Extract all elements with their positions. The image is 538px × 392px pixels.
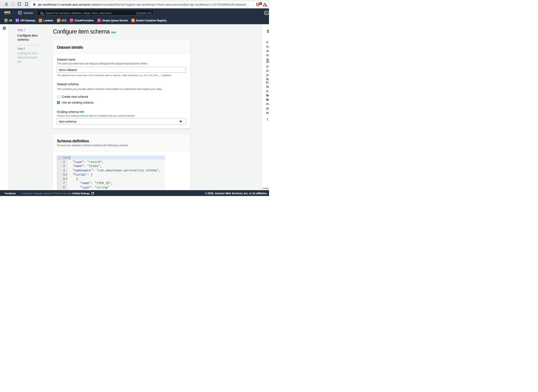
svg-text:aws: aws: [4, 10, 10, 14]
